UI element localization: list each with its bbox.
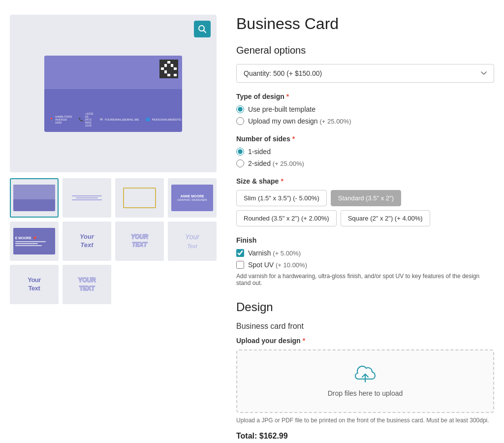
bc-email: ✉ YOUREMAIL@EMAIL.ME — [100, 118, 139, 122]
bc-phone: 📞 +2233 (0) 3472 4552 1225 — [79, 112, 93, 127]
total-price: Total: $162.99 — [236, 432, 494, 441]
bc-address: 📍 HAMILTONS AVENUE 1602 — [49, 115, 72, 124]
product-title: Business Card — [236, 15, 494, 33]
bc-footer: 📍 HAMILTONS AVENUE 1602 📞 +2233 (0) 3472… — [44, 107, 182, 132]
finish-varnish-label: Varnish (+ 5.00%) — [248, 249, 301, 257]
radio-2-sided[interactable]: 2-sided (+ 25.00%) — [236, 159, 494, 167]
type-of-design-label: Type of design * — [236, 93, 494, 100]
size-rounded-button[interactable]: Rounded (3.5" x 2") (+ 2.00%) — [236, 210, 337, 226]
radio-1-sided[interactable]: 1-sided — [236, 148, 494, 156]
finish-spot-uv-checkbox[interactable] — [236, 261, 244, 269]
radio-pre-built-label: Use pre-built template — [248, 105, 315, 113]
radio-1-sided-input[interactable] — [236, 148, 244, 156]
business-card-main-preview: 📍 HAMILTONS AVENUE 1602 📞 +2233 (0) 3472… — [44, 56, 182, 132]
finish-spot-uv-label: Spot UV (+ 10.00%) — [248, 261, 307, 269]
finish-note: Add varnish for a hardwearing, ultra-glo… — [236, 273, 494, 286]
required-star-sides: * — [292, 135, 295, 143]
thumbnail-grid: ANNE MOOREGRAPHIC DESIGNER E MOORE 📌 You… — [10, 178, 217, 304]
right-panel: Business Card General options Quantity: … — [236, 15, 494, 443]
thumbnail-9[interactable]: YourText — [10, 265, 59, 304]
number-of-sides-label: Number of sides * — [236, 135, 494, 143]
thumbnail-5[interactable]: E MOORE 📌 — [10, 222, 59, 261]
required-star-upload: * — [303, 337, 305, 345]
thumbnail-1[interactable] — [10, 178, 59, 218]
upload-cloud-icon — [353, 365, 377, 384]
bc-qr-code — [159, 60, 178, 78]
finish-spot-uv-option[interactable]: Spot UV (+ 10.00%) — [236, 261, 494, 269]
finish-varnish-checkbox[interactable] — [236, 249, 244, 257]
general-options-title: General options — [236, 45, 494, 56]
finish-checkbox-group: Varnish (+ 5.00%) Spot UV (+ 10.00%) — [236, 249, 494, 269]
size-slim-button[interactable]: Slim (1.5" x 3.5") (- 5.00%) — [236, 190, 327, 206]
radio-2-sided-label: 2-sided (+ 25.00%) — [248, 159, 304, 167]
required-star-size: * — [281, 177, 283, 185]
size-square-button[interactable]: Square (2" x 2") (+ 4.00%) — [341, 210, 430, 226]
thumbnail-4[interactable]: ANNE MOOREGRAPHIC DESIGNER — [168, 178, 217, 218]
business-card-front-title: Business card front — [236, 322, 494, 331]
quantity-select[interactable]: Quantity: 500 (+ $150.00) Quantity: 100 … — [236, 64, 494, 83]
drop-zone[interactable]: Drop files here to upload — [236, 349, 494, 413]
thumbnail-7[interactable]: YOURTEXT — [115, 222, 164, 261]
finish-label: Finish — [236, 236, 494, 244]
thumbnail-10[interactable]: YOURTEXT — [63, 265, 111, 304]
radio-1-sided-label: 1-sided — [248, 148, 271, 156]
thumbnail-6[interactable]: YourText — [63, 222, 111, 261]
design-section-title: Design — [236, 296, 494, 314]
thumbnail-3[interactable] — [115, 178, 164, 218]
radio-own-design-input[interactable] — [236, 117, 244, 125]
magnify-button[interactable] — [194, 21, 211, 37]
bc-website: 🌐 PERSONALWEBSITE.COM — [146, 118, 182, 122]
finish-varnish-option[interactable]: Varnish (+ 5.00%) — [236, 249, 494, 257]
size-standard-button[interactable]: Standard (3.5" x 2") — [331, 190, 401, 206]
radio-own-design[interactable]: Upload my own design (+ 25.00%) — [236, 117, 494, 125]
thumbnail-2[interactable] — [63, 178, 111, 218]
drop-text: Drop files here to upload — [328, 389, 403, 397]
type-of-design-group: Use pre-built template Upload my own des… — [236, 105, 494, 125]
upload-note: Upload a JPG or PDF file to be printed o… — [236, 417, 494, 424]
size-shape-grid: Slim (1.5" x 3.5") (- 5.00%) Standard (3… — [236, 190, 494, 226]
upload-design-label: Upload your design * — [236, 337, 494, 345]
number-of-sides-group: 1-sided 2-sided (+ 25.00%) — [236, 148, 494, 167]
radio-pre-built[interactable]: Use pre-built template — [236, 105, 494, 113]
left-panel: 📍 HAMILTONS AVENUE 1602 📞 +2233 (0) 3472… — [10, 15, 217, 443]
size-shape-label: Size & shape * — [236, 177, 494, 185]
radio-2-sided-input[interactable] — [236, 159, 244, 167]
required-star-design: * — [286, 93, 289, 100]
thumbnail-8[interactable]: YourText — [168, 222, 217, 261]
finish-section: Finish Varnish (+ 5.00%) Spot UV (+ 10.0… — [236, 236, 494, 286]
svg-line-1 — [204, 31, 206, 33]
radio-pre-built-input[interactable] — [236, 105, 244, 113]
main-preview: 📍 HAMILTONS AVENUE 1602 📞 +2233 (0) 3472… — [10, 15, 217, 172]
radio-own-design-label: Upload my own design (+ 25.00%) — [248, 117, 351, 125]
